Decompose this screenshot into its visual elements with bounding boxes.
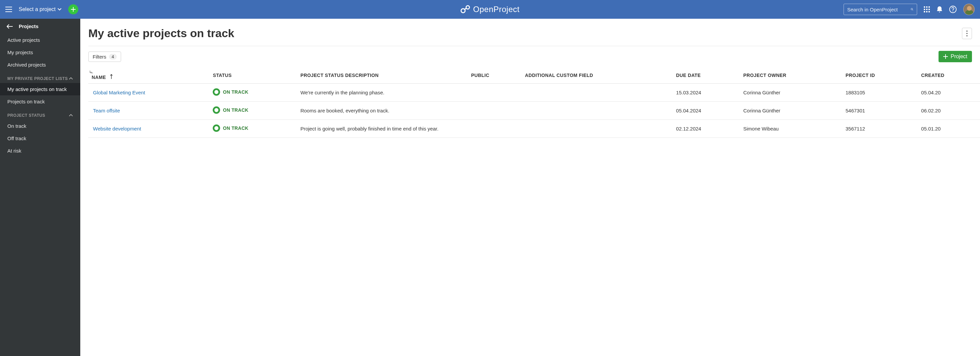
- sidebar-item-label: Off track: [7, 136, 26, 141]
- openproject-logo-icon: [461, 5, 471, 14]
- description-cell: We're currently in the planning phase.: [296, 84, 466, 102]
- due-date-cell: 02.12.2024: [671, 120, 738, 138]
- project-name-link[interactable]: Website development: [93, 126, 141, 131]
- search-input[interactable]: [847, 7, 911, 13]
- brand-text: OpenProject: [473, 5, 520, 14]
- project-id-cell: 1883105: [841, 84, 916, 102]
- sidebar-item-label: At risk: [7, 148, 21, 153]
- table-row[interactable]: Global Marketing Event ON TRACK We're cu…: [88, 84, 980, 102]
- help-icon: [949, 6, 956, 13]
- sidebar-section-label: PROJECT STATUS: [7, 113, 45, 118]
- svg-rect-3: [924, 6, 925, 8]
- create-project-label: Project: [951, 54, 967, 59]
- svg-point-2: [911, 8, 913, 10]
- sidebar-item-off-track[interactable]: Off track: [0, 132, 80, 145]
- status-text: ON TRACK: [223, 107, 248, 113]
- project-selector[interactable]: Select a project: [19, 6, 62, 13]
- filters-button[interactable]: Filters 4: [88, 51, 121, 62]
- sidebar-item-projects-on-track[interactable]: Projects on track: [0, 95, 80, 108]
- sidebar-section-private-lists[interactable]: MY PRIVATE PROJECT LISTS: [0, 71, 80, 83]
- hamburger-icon: [5, 7, 12, 12]
- svg-rect-11: [929, 11, 930, 13]
- svg-point-14: [966, 30, 967, 32]
- arrow-left-icon: [7, 24, 13, 29]
- svg-point-0: [461, 9, 465, 13]
- sidebar-item-label: Projects on track: [7, 99, 45, 104]
- quick-add-button[interactable]: [68, 4, 78, 14]
- project-name-link[interactable]: Global Marketing Event: [93, 90, 145, 95]
- sidebar: Projects Active projects My projects Arc…: [0, 19, 80, 356]
- public-cell: [466, 84, 520, 102]
- created-cell: 05.01.20: [916, 120, 980, 138]
- sidebar-item-on-track[interactable]: On track: [0, 120, 80, 132]
- bell-icon: [937, 6, 943, 13]
- sidebar-item-my-active-on-track[interactable]: My active projects on track: [0, 83, 80, 95]
- svg-point-15: [966, 33, 967, 34]
- hierarchy-icon: [90, 70, 94, 74]
- due-date-cell: 05.04.2024: [671, 102, 738, 120]
- project-name-link[interactable]: Team offsite: [93, 108, 120, 113]
- plus-icon: [71, 7, 76, 12]
- sidebar-item-my-projects[interactable]: My projects: [0, 46, 80, 59]
- help-button[interactable]: [949, 6, 956, 13]
- plus-icon: [943, 54, 948, 59]
- sidebar-item-at-risk[interactable]: At risk: [0, 145, 80, 157]
- status-badge: ON TRACK: [213, 88, 248, 96]
- public-cell: [466, 120, 520, 138]
- created-cell: 05.04.20: [916, 84, 980, 102]
- column-header-name[interactable]: NAME: [88, 67, 208, 84]
- sidebar-item-active-projects[interactable]: Active projects: [0, 34, 80, 46]
- kebab-icon: [966, 30, 967, 37]
- brand[interactable]: OpenProject: [461, 5, 520, 14]
- svg-point-16: [966, 35, 967, 37]
- global-search[interactable]: [843, 4, 917, 15]
- project-selector-label: Select a project: [19, 6, 56, 13]
- more-actions-button[interactable]: [962, 28, 972, 39]
- chevron-up-icon: [69, 114, 73, 117]
- description-cell: Rooms are booked, everything on track.: [296, 102, 466, 120]
- sidebar-item-label: My projects: [7, 49, 33, 55]
- custom-cell: [520, 120, 671, 138]
- svg-rect-4: [926, 6, 928, 8]
- chevron-down-icon: [57, 8, 62, 11]
- user-avatar[interactable]: [963, 4, 975, 15]
- notifications-button[interactable]: [937, 6, 943, 13]
- sidebar-item-archived-projects[interactable]: Archived projects: [0, 59, 80, 71]
- svg-rect-8: [929, 9, 930, 10]
- modules-button[interactable]: [924, 6, 930, 13]
- main-content: My active projects on track Filters 4 Pr…: [80, 19, 980, 356]
- created-cell: 06.02.20: [916, 102, 980, 120]
- sidebar-item-label: Active projects: [7, 37, 40, 43]
- status-badge: ON TRACK: [213, 125, 248, 132]
- svg-rect-10: [926, 11, 928, 13]
- column-header-description[interactable]: PROJECT STATUS DESCRIPTION: [296, 67, 466, 84]
- table-row[interactable]: Team offsite ON TRACK Rooms are booked, …: [88, 102, 980, 120]
- project-id-cell: 5467301: [841, 102, 916, 120]
- svg-rect-5: [929, 6, 930, 8]
- create-project-button[interactable]: Project: [939, 51, 972, 62]
- column-header-pid[interactable]: PROJECT ID: [841, 67, 916, 84]
- sidebar-item-label: On track: [7, 123, 26, 129]
- custom-cell: [520, 102, 671, 120]
- column-header-created[interactable]: CREATED: [916, 67, 980, 84]
- column-header-custom[interactable]: ADDITIONAL CUSTOM FIELD: [520, 67, 671, 84]
- chevron-up-icon: [69, 77, 73, 80]
- sidebar-back[interactable]: Projects: [0, 19, 80, 34]
- sidebar-back-label: Projects: [19, 24, 38, 29]
- column-header-public[interactable]: PUBLIC: [466, 67, 520, 84]
- sidebar-section-project-status[interactable]: PROJECT STATUS: [0, 108, 80, 120]
- grid-icon: [924, 6, 930, 13]
- due-date-cell: 15.03.2024: [671, 84, 738, 102]
- column-header-owner[interactable]: PROJECT OWNER: [738, 67, 841, 84]
- column-header-status[interactable]: STATUS: [208, 67, 296, 84]
- status-dot-icon: [213, 88, 220, 96]
- column-header-due[interactable]: DUE DATE: [671, 67, 738, 84]
- table-row[interactable]: Website development ON TRACK Project is …: [88, 120, 980, 138]
- search-icon: [911, 6, 913, 13]
- sidebar-item-label: Archived projects: [7, 62, 46, 68]
- page-title: My active projects on track: [88, 27, 234, 40]
- svg-rect-9: [924, 11, 925, 13]
- filters-label: Filters: [93, 54, 107, 59]
- menu-toggle-button[interactable]: [5, 7, 12, 12]
- owner-cell: Simone Wibeau: [738, 120, 841, 138]
